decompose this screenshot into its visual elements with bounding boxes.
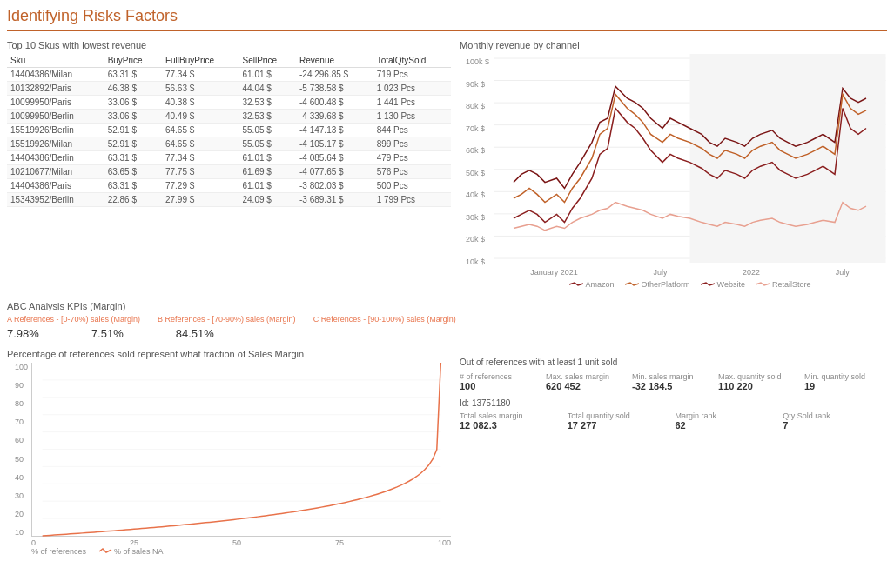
table-row: 14404386/Berlin63.31 $77.34 $61.01 $-4 0…: [7, 151, 451, 165]
y-label: 30k $: [466, 213, 489, 222]
table-cell: 576 Pcs: [373, 165, 451, 179]
stat-label: Min. quantity sold: [804, 372, 887, 381]
pareto-y-label: 30: [15, 491, 28, 500]
y-label: 40k $: [466, 190, 489, 199]
table-title: Top 10 Skus with lowest revenue: [7, 40, 451, 50]
table-cell: 64.65 $: [162, 124, 239, 137]
monthly-chart-wrapper: 100k $90k $80k $70k $60k $50k $40k $30k …: [460, 54, 887, 289]
table-cell: 15343952/Berlin: [7, 193, 104, 207]
stat-item: Max. quantity sold110 220: [718, 372, 801, 391]
main-grid: Top 10 Skus with lowest revenue SkuBuyPr…: [7, 40, 887, 289]
chart-y-labels: 100k $90k $80k $70k $60k $50k $40k $30k …: [466, 57, 489, 266]
table-cell: -24 296.85 $: [296, 68, 373, 82]
table-cell: 10210677/Milan: [7, 165, 104, 179]
table-cell: 1 441 Pcs: [373, 96, 451, 110]
table-cell: -5 738.58 $: [296, 82, 373, 96]
pareto-x-label: 75: [335, 538, 344, 547]
legend-line-icon: [625, 281, 639, 288]
table-cell: 15519926/Milan: [7, 137, 104, 151]
pareto-legend-item: % of sales NA: [99, 547, 164, 556]
table-cell: 46.38 $: [104, 82, 162, 96]
stat-label: Max. quantity sold: [718, 372, 801, 381]
pareto-y-label: 10: [15, 528, 28, 537]
stat-label: Min. sales margin: [632, 372, 715, 381]
table-cell: -3 802.03 $: [296, 179, 373, 193]
pareto-legend: % of references % of sales NA: [31, 547, 451, 556]
table-cell: 14404386/Milan: [7, 68, 104, 82]
table-cell: -4 085.64 $: [296, 151, 373, 165]
stat-item: Max. sales margin620 452: [546, 372, 628, 391]
table-cell: 52.91 $: [104, 124, 162, 137]
legend-item: OtherPlatform: [625, 280, 690, 289]
pareto-y-label: 90: [15, 381, 28, 390]
monthly-chart-title: Monthly revenue by channel: [460, 40, 887, 50]
table-cell: 44.04 $: [239, 82, 296, 96]
pareto-x-axis-text: % of references: [31, 547, 86, 556]
chart-section: Monthly revenue by channel 100k $90k $80…: [460, 40, 887, 289]
bottom-section: ABC Analysis KPIs (Margin) A References …: [7, 301, 887, 556]
chart-x-labels: January 2021July2022July: [493, 268, 887, 277]
table-col-header: BuyPrice: [104, 54, 162, 68]
abc-refs: A References - [0-70%) sales (Margin) B …: [7, 315, 887, 324]
legend-label: OtherPlatform: [642, 280, 690, 289]
pareto-x-label: 0: [31, 538, 36, 547]
table-row: 15343952/Berlin22.86 $27.99 $24.09 $-3 6…: [7, 193, 451, 207]
ref-b-label: B References - [70-90%) sales (Margin): [158, 315, 296, 324]
table-section: Top 10 Skus with lowest revenue SkuBuyPr…: [7, 40, 451, 289]
id-stat-value: 7: [783, 420, 887, 431]
table-cell: 33.06 $: [104, 110, 162, 124]
ref-c-value: 84.51%: [176, 327, 214, 340]
pareto-x-axis-label: % of references: [31, 547, 86, 556]
x-label: July: [653, 268, 667, 277]
ref-a-value: 7.98%: [7, 327, 39, 340]
table-cell: 719 Pcs: [373, 68, 451, 82]
table-col-header: Revenue: [296, 54, 373, 68]
id-stat-value: 12 082.3: [460, 420, 564, 431]
table-cell: 64.65 $: [162, 137, 239, 151]
svg-rect-10: [690, 54, 886, 263]
id-stat-label: Margin rank: [676, 411, 780, 420]
legend-line-icon: [569, 281, 583, 288]
legend-label: Amazon: [586, 280, 615, 289]
id-stat-value: 62: [676, 420, 780, 431]
id-stat-item: Total quantity sold17 277: [568, 411, 672, 431]
page-title: Identifying Risks Factors: [7, 7, 887, 25]
stats-section: Out of references with at least 1 unit s…: [460, 349, 887, 556]
pareto-section: Percentage of references sold represent …: [7, 349, 451, 556]
id-stat-item: Margin rank62: [676, 411, 780, 431]
legend-line-icon: [701, 281, 715, 288]
x-label: 2022: [743, 268, 760, 277]
table-row: 15519926/Berlin52.91 $64.65 $55.05 $-4 1…: [7, 124, 451, 137]
bottom-grid: Percentage of references sold represent …: [7, 349, 887, 556]
table-cell: 61.01 $: [239, 68, 296, 82]
table-cell: 56.63 $: [162, 82, 239, 96]
pareto-y-labels: 100908070605040302010: [15, 363, 28, 537]
table-row: 14404386/Paris63.31 $77.29 $61.01 $-3 80…: [7, 179, 451, 193]
y-label: 70k $: [466, 124, 489, 133]
stat-label: # of references: [460, 372, 542, 381]
y-label: 60k $: [466, 146, 489, 155]
table-cell: 61.01 $: [239, 151, 296, 165]
abc-values: 7.98% 7.51% 84.51%: [7, 327, 887, 340]
table-cell: 63.31 $: [104, 151, 162, 165]
table-cell: 63.31 $: [104, 179, 162, 193]
id-stat-item: Qty Sold rank7: [783, 411, 887, 431]
id-section: Id: 13751180 Total sales margin12 082.3T…: [460, 398, 887, 431]
pareto-y-label: 80: [15, 399, 28, 408]
stat-value: 100: [460, 381, 542, 391]
y-label: 100k $: [466, 57, 489, 66]
y-label: 80k $: [466, 102, 489, 110]
table-cell: 27.99 $: [162, 193, 239, 207]
pareto-legend-icon: [99, 548, 111, 555]
id-stat-label: Total quantity sold: [568, 411, 672, 420]
table-header: SkuBuyPriceFullBuyPriceSellPriceRevenueT…: [7, 54, 451, 68]
id-label: Id: 13751180: [460, 398, 887, 408]
table-col-header: Sku: [7, 54, 104, 68]
pareto-y-label: 100: [15, 363, 28, 371]
pareto-y-label: 70: [15, 418, 28, 426]
table-cell: 14404386/Paris: [7, 179, 104, 193]
pareto-chart-svg: [32, 363, 451, 536]
table-cell: -4 600.48 $: [296, 96, 373, 110]
x-label: January 2021: [530, 268, 578, 277]
table-cell: 479 Pcs: [373, 151, 451, 165]
